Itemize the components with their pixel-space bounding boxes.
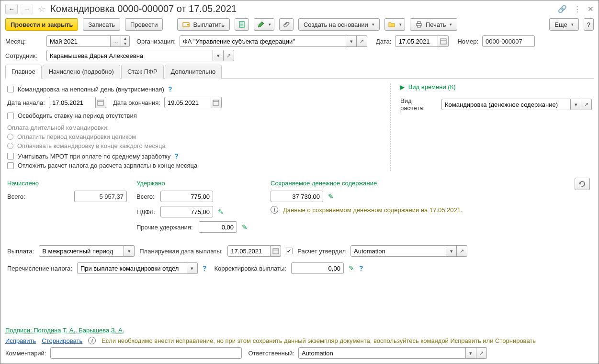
approved-by-input[interactable] xyxy=(350,245,446,257)
payment-period-input[interactable] xyxy=(39,245,124,257)
window-title: Командировка 0000-000007 от 17.05.2021 xyxy=(50,3,237,14)
responsible-dropdown-button[interactable]: ▾ xyxy=(466,347,476,359)
calendar-icon xyxy=(97,99,104,106)
comment-input[interactable] xyxy=(50,347,242,359)
edit-icon-button[interactable]: ▾ xyxy=(254,18,274,31)
pencil-icon xyxy=(257,21,265,28)
tab-extra[interactable]: Дополнительно xyxy=(165,65,222,79)
start-date-input[interactable] xyxy=(49,97,96,108)
date-calendar-button[interactable] xyxy=(438,35,449,47)
approved-by-dropdown-button[interactable]: ▾ xyxy=(446,245,457,257)
fix-link[interactable]: Исправить xyxy=(5,337,36,344)
tab-pfr[interactable]: Стаж ПФР xyxy=(121,65,164,79)
close-icon[interactable]: ✕ xyxy=(588,5,594,13)
tab-accrued-detail[interactable]: Начислено (подробно) xyxy=(43,65,120,79)
more-button[interactable]: Еще▾ xyxy=(549,18,578,31)
payment-correction-input[interactable] xyxy=(291,262,344,274)
date-input[interactable] xyxy=(395,35,438,47)
free-rate-checkbox[interactable] xyxy=(7,113,14,119)
responsible-input[interactable] xyxy=(298,347,466,359)
end-date-label: Дата окончания: xyxy=(113,99,160,106)
question-icon: ? xyxy=(587,21,590,28)
attachment-button[interactable] xyxy=(279,18,294,31)
pencil-icon[interactable]: ✎ xyxy=(218,208,224,216)
ndfl-input[interactable] xyxy=(160,206,213,217)
employee-label: Сотрудник: xyxy=(5,52,43,59)
comment-label: Комментарий: xyxy=(5,350,46,357)
org-dropdown-button[interactable]: ▾ xyxy=(346,35,357,47)
post-and-close-button[interactable]: Провести и закрыть xyxy=(5,18,78,31)
responsible-open-button[interactable]: ↗ xyxy=(476,347,487,359)
post-button[interactable]: Провести xyxy=(125,18,163,31)
storno-link[interactable]: Сторнировать xyxy=(42,337,82,344)
part-day-label: Командировка на неполный день (внутрисме… xyxy=(18,86,164,93)
mrot-checkbox[interactable] xyxy=(7,153,14,159)
month-label: Месяц: xyxy=(5,38,43,45)
nav-back-button[interactable]: ← xyxy=(5,4,18,14)
refresh-icon xyxy=(578,180,586,188)
start-date-calendar-button[interactable] xyxy=(96,97,106,108)
link-icon[interactable]: 🔗 xyxy=(558,5,567,13)
payment-correction-help-icon[interactable]: ? xyxy=(359,264,363,272)
time-kind-link[interactable]: Вид времени (К) xyxy=(408,83,456,91)
other-withheld-input[interactable] xyxy=(199,221,237,233)
info-icon: i xyxy=(88,337,96,344)
pencil-icon[interactable]: ✎ xyxy=(328,193,334,200)
refresh-button[interactable] xyxy=(575,178,590,190)
org-open-button[interactable]: ↗ xyxy=(357,35,367,47)
paperclip-icon xyxy=(283,21,290,28)
month-spinner[interactable]: ▲▼ xyxy=(121,35,130,47)
help-button[interactable]: ? xyxy=(584,18,594,31)
defer-tax-checkbox[interactable] xyxy=(7,162,14,169)
tax-transfer-input[interactable] xyxy=(77,262,187,274)
end-date-calendar-button[interactable] xyxy=(211,97,222,108)
ndfl-label: НДФЛ: xyxy=(136,208,156,216)
pencil-icon[interactable]: ✎ xyxy=(242,223,248,231)
folder-action-button[interactable]: ▾ xyxy=(384,18,405,31)
calendar-icon xyxy=(272,248,279,254)
employee-dropdown-button[interactable]: ▾ xyxy=(213,50,224,61)
kept-header: Сохраняемое денежное содержание xyxy=(271,180,575,187)
print-button[interactable]: Печать▾ xyxy=(410,18,458,31)
employee-open-button[interactable]: ↗ xyxy=(224,50,234,61)
planned-date-input[interactable] xyxy=(227,245,271,257)
pay-whole-radio xyxy=(7,134,13,140)
approved-checkbox[interactable] xyxy=(286,248,293,254)
tax-transfer-help-icon[interactable]: ? xyxy=(203,264,207,272)
approved-by-open-button[interactable]: ↗ xyxy=(457,245,467,257)
planned-date-calendar-button[interactable] xyxy=(271,245,281,257)
document-icon-button[interactable] xyxy=(235,18,249,31)
org-input[interactable] xyxy=(180,35,346,47)
month-ellipsis-button[interactable]: … xyxy=(111,35,121,47)
pay-monthly-radio xyxy=(7,143,13,149)
part-day-checkbox[interactable] xyxy=(7,86,14,92)
favorite-star-icon[interactable]: ☆ xyxy=(38,4,45,14)
svg-rect-11 xyxy=(98,100,103,105)
info-icon: i xyxy=(271,206,278,214)
nav-forward-button[interactable]: → xyxy=(21,4,33,14)
save-button[interactable]: Записать xyxy=(83,18,120,31)
pay-button[interactable]: Выплатить xyxy=(177,18,230,31)
pencil-icon[interactable]: ✎ xyxy=(349,264,354,272)
create-based-on-button[interactable]: Создать на основании▾ xyxy=(298,18,380,31)
calc-type-label: Вид расчета: xyxy=(400,97,438,112)
end-date-input[interactable] xyxy=(164,97,211,108)
withheld-header: Удержано xyxy=(136,180,261,187)
month-input[interactable] xyxy=(46,35,111,47)
calc-type-open-button[interactable]: ↗ xyxy=(581,99,592,110)
mrot-help-icon[interactable]: ? xyxy=(174,152,179,160)
tab-main[interactable]: Главное xyxy=(5,65,42,79)
employee-input[interactable] xyxy=(46,50,213,61)
withheld-total-input[interactable] xyxy=(160,191,213,202)
date-label: Дата: xyxy=(376,38,391,45)
part-day-help-icon[interactable]: ? xyxy=(168,85,172,93)
payment-period-dropdown-button[interactable]: ▾ xyxy=(124,245,135,257)
signatures-link[interactable]: Подписи: Погодина Т. А., Барышева З. А. xyxy=(5,327,124,334)
calc-type-input[interactable] xyxy=(441,99,571,110)
kept-amount-input[interactable] xyxy=(271,191,323,202)
fix-hint-text: Если необходимо внести исправление, но п… xyxy=(102,337,594,344)
tax-transfer-dropdown-button[interactable]: ▾ xyxy=(187,262,198,274)
chevron-down-icon: ▾ xyxy=(571,22,574,27)
calc-type-dropdown-button[interactable]: ▾ xyxy=(571,99,581,110)
kebab-menu-icon[interactable]: ⋮ xyxy=(574,5,581,13)
